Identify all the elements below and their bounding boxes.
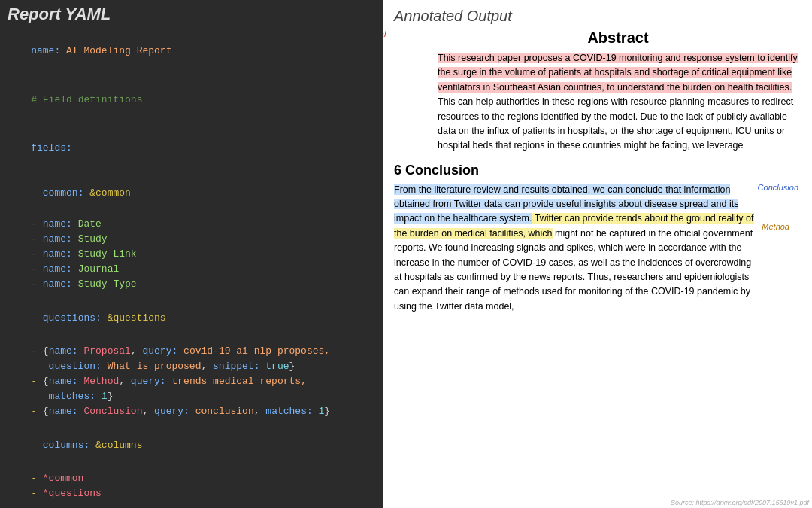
- annotated-output-title: Annotated Output: [394, 8, 801, 25]
- abstract-heading: Abstract: [438, 29, 798, 47]
- yaml-questions: questions: &questions: [8, 295, 376, 340]
- report-title: Report YAML: [8, 5, 376, 24]
- yaml-comment-text: # Field definitions: [31, 94, 142, 105]
- source-text: Source: https://arxiv.org/pdf/2007.15619…: [671, 499, 809, 506]
- conclusion-text-after: might not be captured in the official go…: [394, 228, 753, 312]
- field-journal: - name: Journal: [8, 262, 376, 277]
- yaml-name-line: name: AI Modeling Report: [8, 29, 376, 74]
- conclusion-body: Conclusion Method From the literature re…: [394, 183, 755, 314]
- yaml-name-value: AI Modeling Report: [60, 45, 171, 56]
- proposal-label: Proposal: [383, 29, 386, 38]
- abstract-highlight-pink: This research paper proposes a COVID-19 …: [438, 53, 798, 93]
- q-method: - {name: Method, query: trends medical r…: [8, 374, 376, 389]
- yaml-comment: # Field definitions: [8, 77, 376, 122]
- col-questions: - *questions: [8, 486, 376, 501]
- q-conclusion: - {name: Conclusion, query: conclusion, …: [8, 404, 376, 419]
- questions-anchor: &questions: [102, 312, 166, 324]
- conclusion-section: 6 Conclusion Conclusion Method From the …: [394, 163, 801, 314]
- questions-key: questions:: [31, 312, 102, 324]
- right-panel: Annotated Output Proposal Abstract This …: [383, 0, 812, 508]
- q-proposal: - {name: Proposal, query: covid-19 ai nl…: [8, 344, 376, 359]
- abstract-text-after: This can help authorities in these regio…: [438, 96, 793, 151]
- q-proposal-2: question: What is proposed, snippet: tru…: [8, 359, 376, 374]
- left-panel: Report YAML name: AI Modeling Report # F…: [0, 0, 383, 508]
- conclusion-text: From the literature review and results o…: [394, 183, 755, 314]
- yaml-common: common: &common: [8, 171, 376, 216]
- field-date: - name: Date: [8, 217, 376, 232]
- conclusion-heading: 6 Conclusion: [394, 163, 755, 178]
- conclusion-label: Conclusion: [758, 183, 798, 192]
- field-study: - name: Study: [8, 232, 376, 247]
- abstract-text: This research paper proposes a COVID-19 …: [438, 51, 798, 154]
- field-study-link: - name: Study Link: [8, 247, 376, 262]
- abstract-section: Proposal Abstract This research paper pr…: [394, 29, 801, 154]
- yaml-fields: fields:: [8, 126, 376, 171]
- columns-key: columns:: [31, 440, 89, 451]
- columns-anchor: &columns: [89, 440, 142, 451]
- yaml-columns: columns: &columns: [8, 423, 376, 468]
- fields-key: fields:: [31, 142, 72, 154]
- yaml-ai: AI:: [8, 504, 376, 508]
- common-anchor: &common: [83, 187, 130, 199]
- method-label: Method: [762, 222, 789, 231]
- common-key: common:: [31, 187, 83, 199]
- q-method-2: matches: 1}: [8, 389, 376, 404]
- yaml-name-key: name:: [31, 45, 60, 56]
- col-common: - *common: [8, 471, 376, 486]
- field-study-type: - name: Study Type: [8, 277, 376, 292]
